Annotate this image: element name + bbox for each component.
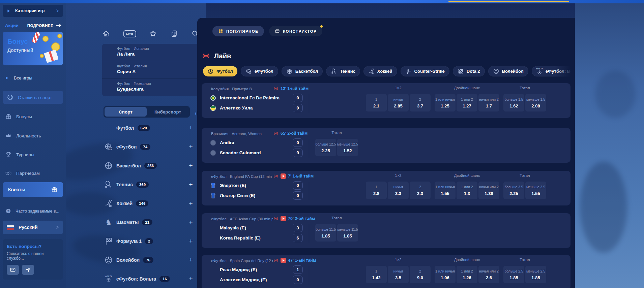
odds-button[interactable]: ничья3.5 [388,266,409,283]
odds-button[interactable]: 1 или 21.3 [457,182,477,199]
team-row[interactable]: Korea Republic (E) [210,233,261,243]
tab-esport[interactable]: Киберспорт [147,107,189,117]
home-icon[interactable] [102,30,110,38]
odds-button[interactable]: 1 или 21.26 [457,266,477,283]
odds-button[interactable]: ничья или 22.6 [478,266,499,283]
sport-row-Формула 1[interactable]: Формула 12+ [102,232,203,251]
odds-button[interactable]: больше 2.51.85 [503,266,524,283]
filter-pill-Баскетбол[interactable]: Баскетбол [282,66,323,76]
expand-plus-button[interactable]: + [187,124,195,132]
odds-button[interactable]: больше 11.51.85 [315,224,336,242]
promotions-more-link[interactable]: ПОДРОБНЕЕ [27,24,62,28]
odds-button[interactable]: больше 3.52.25 [503,182,524,199]
live-nav-icon[interactable]: LIVE [123,30,136,37]
tab-popular[interactable]: ПОПУЛЯРНОЕ [212,26,264,36]
star-icon[interactable] [149,30,157,38]
odds-button[interactable]: 22.3 [410,182,431,199]
expand-plus-button[interactable]: + [187,181,195,188]
sport-count-badge: 620 [138,125,150,131]
team-row[interactable]: Лестер Сити (E) [210,191,255,200]
tab-sport[interactable]: Спорт [105,107,147,117]
filter-pill-Волейбол[interactable]: Волейбол [488,66,528,76]
expand-plus-button[interactable]: + [187,200,195,207]
odds-button[interactable]: 29.0 [410,266,431,283]
odds-button[interactable]: ничья или 21.38 [478,182,499,199]
filter-pill-Футбол[interactable]: Футбол [203,66,237,76]
sport-row-Волейбол[interactable]: Волейбол76+ [102,251,203,269]
odds-button[interactable]: 12.8 [366,182,387,199]
copy-icon[interactable] [170,30,178,38]
odds-button[interactable]: 12.1 [366,94,387,111]
team-row[interactable]: Internacional Fc De Palmira [210,93,280,102]
filter-pill-Counter-Strike[interactable]: Counter-Strike [401,66,449,76]
filter-pill-Теннис[interactable]: Теннис [326,66,360,76]
sidebar-item-Бонусы[interactable]: Бонусы [5,113,32,121]
sport-row-Хоккей[interactable]: Хоккей146+ [102,194,203,213]
top-accent-line [448,1,569,2]
sport-row-еФутбол[interactable]: еФутбол74+ [102,137,203,156]
sport-row-Теннис[interactable]: Теннис369+ [102,175,203,194]
expand-plus-button[interactable]: + [187,219,195,226]
expand-plus-button[interactable]: + [187,275,195,283]
telegram-support-button[interactable] [22,265,34,275]
team-row[interactable]: Атлетико Уила [210,103,253,113]
filter-pill-еФутбол[interactable]: еФутбол [241,66,278,76]
league-country: еФутбол [211,174,227,179]
sport-count-badge: 16 [159,276,170,282]
sidebar-item-Лояльность[interactable]: Лояльность [5,132,41,140]
expand-plus-button[interactable]: + [187,237,195,245]
tab-constructor[interactable]: КОНСТРУКТОР [269,26,322,36]
sidebar-item-Турниры[interactable]: Турниры [5,151,34,159]
quick-league-item[interactable]: ФутболГерманияБундеслига [102,79,203,96]
odds-button[interactable]: ничья или 21.7 [478,94,499,111]
quick-league-item[interactable]: ФутболИталияСерия А [102,61,203,79]
sport-row-Шахматы[interactable]: ♞Шахматы21+ [102,213,203,232]
video-stream-icon[interactable] [281,173,286,179]
odds-button[interactable]: больше 12.52.25 [315,139,336,156]
odds-button[interactable]: меньше 3.51.55 [525,182,546,199]
sport-row-Футбол[interactable]: Футбол620+ [102,119,203,137]
odds-button[interactable]: 23.7 [410,94,431,111]
team-row[interactable]: Эвертон (E) [210,181,246,190]
quests-banner[interactable]: Квесты [3,182,63,197]
quick-league-item[interactable]: ФутболИспанияЛа Лига [102,44,203,61]
odds-button[interactable]: меньше 11.51.85 [337,224,358,242]
odds-button[interactable]: 11.42 [366,266,387,283]
promotions-link[interactable]: Акции [5,23,19,28]
video-stream-icon[interactable] [281,258,286,263]
sport-row-еФутбол: Вольта[interactable]: VOLTAеФутбол: Вольта16+ [102,269,203,288]
odds-button[interactable]: 1 или ничья1.55 [435,182,456,199]
team-row[interactable]: Andira [210,138,234,147]
sidebar-item-Партнёрам[interactable]: Партнёрам [5,169,40,177]
faq-link[interactable]: ? Часто задаваемые в... [5,208,59,214]
expand-plus-button[interactable]: + [187,162,195,169]
main-tabs: ПОПУЛЯРНОЕ КОНСТРУКТОР [212,26,322,36]
language-selector[interactable]: Русский [3,221,63,234]
team-row[interactable]: Реал Мадрид (E) [210,265,257,274]
odds-button[interactable]: ничья3.3 [388,182,409,199]
sidebar-item-Ставки на спорт[interactable]: Ставки на спорт [3,91,63,104]
expand-plus-button[interactable]: + [187,256,195,264]
market-cells: 12.8ничья3.322.3 [366,182,431,199]
sidebar-item-label: Лояльность [16,133,41,138]
team-row[interactable]: Senador Guiomard [210,148,261,157]
game-categories-button[interactable]: Категории игр [3,5,63,17]
team-row[interactable]: Атлетико Мадрид (E) [210,275,267,284]
filter-pill-Хоккей[interactable]: Хоккей [363,66,397,76]
odds-button[interactable]: 1 или ничья1.25 [435,94,456,111]
odds-button[interactable]: больше 1.51.62 [503,94,524,111]
email-support-button[interactable] [7,265,19,275]
video-stream-icon[interactable] [281,216,286,221]
team-row[interactable]: Malaysia (E) [210,223,246,232]
odds-button[interactable]: 1 или ничья1.06 [435,266,456,283]
odds-button[interactable]: 1 или 21.27 [457,94,477,111]
bonus-banner[interactable]: Бонус Доступный [3,32,63,65]
sport-row-Баскетбол[interactable]: Баскетбол256+ [102,156,203,175]
odds-button[interactable]: ничья2.85 [388,94,409,111]
expand-plus-button[interactable]: + [187,143,195,151]
odds-button[interactable]: меньше 2.51.85 [525,266,546,283]
all-games-link[interactable]: Все игры [5,75,32,81]
filter-pill-Dota 2[interactable]: Dota 2 [453,66,485,76]
odds-button[interactable]: меньше 12.51.52 [337,139,358,156]
odds-button[interactable]: меньше 1.52.08 [525,94,546,111]
